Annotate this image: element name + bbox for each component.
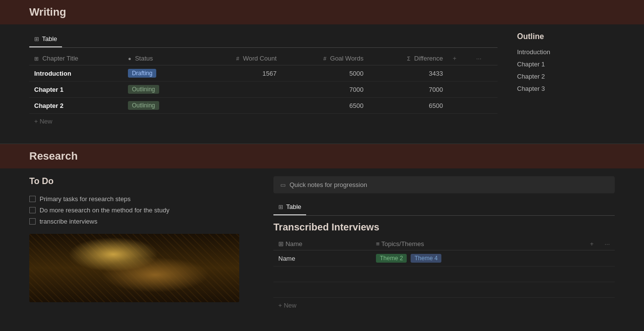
writing-table: ⊞ Chapter Title ● Status # Word Count (29, 52, 498, 114)
row-chapter-title: Introduction (29, 65, 123, 82)
theme-tag-4: Theme 4 (411, 254, 441, 263)
outline-area: Outline Introduction Chapter 1 Chapter 2… (517, 32, 615, 129)
col-chapter-title: ⊞ Chapter Title (29, 52, 123, 65)
research-new-row-button[interactable]: + New (273, 298, 615, 313)
writing-new-row-button[interactable]: + New (29, 114, 498, 129)
outline-item-chapter3[interactable]: Chapter 3 (517, 83, 615, 95)
quick-notes-bar[interactable]: ▭ Quick notes for progression (273, 176, 615, 193)
research-image (29, 234, 239, 302)
table-row[interactable] (273, 282, 615, 298)
row-goal-words: 5000 (282, 65, 369, 82)
research-row-name-empty (273, 267, 371, 282)
todo-text-0: Primary tasks for research steps (40, 195, 130, 203)
row-difference: 6500 (368, 98, 448, 114)
status-badge-outlining-2: Outlining (128, 101, 159, 110)
col-goal-words: # Goal Words (282, 52, 369, 65)
col-add[interactable]: + (448, 52, 471, 65)
research-col-add[interactable]: + (585, 238, 600, 250)
table-row[interactable]: Chapter 2 Outlining 6500 6500 (29, 98, 498, 114)
writing-header: Writing (0, 0, 644, 24)
research-table: ⊞ Name ≡ Topics/Themes + ··· N (273, 238, 615, 298)
outline-title: Outline (517, 32, 615, 41)
quick-notes-text: Quick notes for progression (290, 181, 367, 188)
row-status: Outlining (123, 98, 194, 114)
research-right-col: ▭ Quick notes for progression ⊞ Table Tr… (273, 176, 615, 313)
todo-item-2: transcribe interviews (29, 216, 259, 227)
outline-item-chapter1[interactable]: Chapter 1 (517, 58, 615, 70)
todo-text-2: transcribe interviews (40, 218, 98, 225)
image-inner (29, 234, 239, 302)
status-col-icon: ● (128, 56, 131, 62)
row-chapter-title: Chapter 2 (29, 98, 123, 114)
research-col-more[interactable]: ··· (600, 238, 615, 250)
row-goal-words: 6500 (282, 98, 369, 114)
research-left-col: To Do Primary tasks for research steps D… (29, 176, 259, 313)
writing-table-header-row: ⊞ Chapter Title ● Status # Word Count (29, 52, 498, 65)
row-goal-words: 7000 (282, 82, 369, 98)
research-row-themes: Theme 2 Theme 4 (371, 250, 585, 267)
col-status: ● Status (123, 52, 194, 65)
col-word-count: # Word Count (194, 52, 281, 65)
table-row[interactable]: Name Theme 2 Theme 4 (273, 250, 615, 267)
research-table-tab-icon: ⊞ (278, 204, 283, 210)
research-table-header-row: ⊞ Name ≡ Topics/Themes + ··· (273, 238, 615, 250)
research-col-topics: ≡ Topics/Themes (371, 238, 585, 250)
todo-checkbox-2[interactable] (29, 218, 36, 225)
row-chapter-title: Chapter 1 (29, 82, 123, 98)
row-word-count (194, 82, 281, 98)
research-section: Research To Do Primary tasks for researc… (0, 144, 644, 323)
writing-tab-label: Table (42, 35, 57, 42)
research-tab-label: Table (286, 203, 301, 210)
difference-col-icon: Σ (407, 56, 411, 62)
outline-item-chapter2[interactable]: Chapter 2 (517, 70, 615, 83)
research-row-name-empty2 (273, 282, 371, 298)
col-difference: Σ Difference (368, 52, 448, 65)
row-word-count (194, 98, 281, 114)
writing-section: Writing ⊞ Table ⊞ Chapter Title (0, 0, 644, 139)
table-row[interactable]: Chapter 1 Outlining 7000 7000 (29, 82, 498, 98)
research-header: Research (0, 144, 644, 168)
row-difference: 7000 (368, 82, 448, 98)
notes-icon: ▭ (280, 182, 286, 188)
writing-tab-bar: ⊞ Table (29, 32, 498, 48)
todo-item-1: Do more research on the method for the s… (29, 205, 259, 216)
todo-checkbox-0[interactable] (29, 196, 36, 202)
research-row-name: Name (273, 250, 371, 267)
status-badge-drafting: Drafting (128, 69, 156, 78)
topics-col-icon: ≡ (376, 240, 381, 248)
todo-checkbox-1[interactable] (29, 207, 36, 213)
goalwords-col-icon: # (323, 56, 326, 62)
row-difference: 3433 (368, 65, 448, 82)
row-word-count: 1567 (194, 65, 281, 82)
chapter-col-icon: ⊞ (34, 56, 39, 62)
writing-table-area: ⊞ Table ⊞ Chapter Title ● Status (29, 32, 498, 129)
row-status: Outlining (123, 82, 194, 98)
todo-title: To Do (29, 176, 259, 186)
writing-table-tab[interactable]: ⊞ Table (29, 32, 62, 47)
outline-item-introduction[interactable]: Introduction (517, 46, 615, 58)
col-more[interactable]: ··· (471, 52, 498, 65)
wordcount-col-icon: # (236, 56, 239, 62)
research-tab-bar: ⊞ Table (273, 200, 615, 216)
table-row[interactable] (273, 267, 615, 282)
research-content: To Do Primary tasks for research steps D… (0, 168, 644, 323)
status-badge-outlining: Outlining (128, 85, 159, 94)
table-row[interactable]: Introduction Drafting 1567 5000 3433 (29, 65, 498, 82)
todo-text-1: Do more research on the method for the s… (40, 207, 169, 214)
table-tab-icon: ⊞ (34, 36, 39, 42)
transcribed-title: Transcribed Interviews (273, 222, 615, 233)
research-table-tab[interactable]: ⊞ Table (273, 200, 306, 215)
writing-content: ⊞ Table ⊞ Chapter Title ● Status (0, 24, 644, 139)
row-status: Drafting (123, 65, 194, 82)
todo-item-0: Primary tasks for research steps (29, 193, 259, 205)
name-col-icon: ⊞ (278, 240, 286, 248)
theme-tag-2: Theme 2 (376, 254, 407, 263)
research-col-name: ⊞ Name (273, 238, 371, 250)
